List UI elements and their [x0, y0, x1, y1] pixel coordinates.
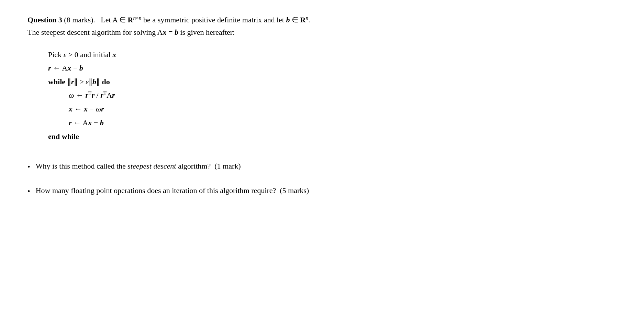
algo-line-r-update: r ← Ax − b [69, 116, 617, 130]
question-number: Question 3 [27, 15, 62, 24]
algo-line-r-init: r ← Ax − b [48, 61, 617, 75]
bullet-list: • Why is this method called the steepest… [27, 160, 617, 197]
bullet-dot-1: • [27, 161, 30, 172]
algo-line-omega: ω ← rTr / rTAr [69, 88, 617, 102]
bullet-item-2: • How many floating point operations doe… [27, 185, 617, 197]
algo-line-x-update: x ← x − ωr [69, 102, 617, 116]
marks-total: (8 marks). [64, 15, 95, 24]
bullet-dot-2: • [27, 185, 30, 197]
bullet-item-1: • Why is this method called the steepest… [27, 160, 617, 172]
bullet-text-2: How many floating point operations does … [36, 185, 309, 196]
page-content: Question 3 (8 marks). Let A ∈ Rn×n be a … [27, 14, 617, 197]
bullet-text-1: Why is this method called the steepest d… [36, 160, 241, 172]
algorithm-block: Pick ε > 0 and initial x r ← Ax − b whil… [48, 48, 617, 143]
algo-line-end-while: end while [48, 130, 617, 143]
algo-line-pick: Pick ε > 0 and initial x [48, 48, 617, 62]
algo-line-while: while ‖r‖ ≥ ε‖b‖ do [48, 75, 617, 89]
question-header: Question 3 (8 marks). Let A ∈ Rn×n be a … [27, 14, 617, 38]
